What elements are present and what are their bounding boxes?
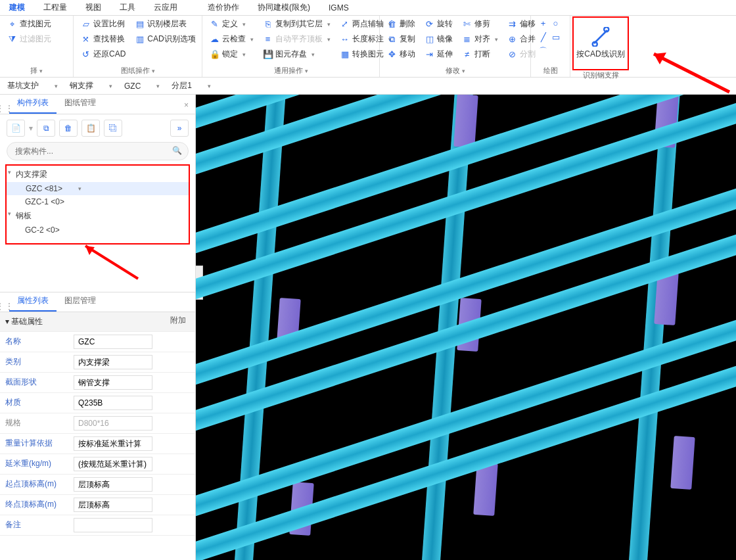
menu-item-cost[interactable]: 造价协作 <box>201 0 246 15</box>
sidebar-toolbar: 📄 ▾ ⧉ 🗑 📋 ⿻ » <box>0 114 195 142</box>
tab-layers[interactable]: 图层管理 <box>57 291 104 312</box>
menu-item-cloud[interactable]: 云应用 <box>147 0 184 15</box>
prop-material-input[interactable] <box>74 396 152 410</box>
find-element-button[interactable]: ⌖查找图元 <box>4 17 55 31</box>
prop-note-input[interactable] <box>74 518 152 532</box>
recognize-cad-line-button[interactable]: 按CAD线识别 <box>573 17 628 70</box>
replace-icon: ⤧ <box>81 34 91 44</box>
group-select-label[interactable]: 择 <box>3 65 70 77</box>
copy-comp-button[interactable]: ⧉ <box>37 120 55 137</box>
rect-icon: ▭ <box>551 32 561 42</box>
tree-item-gzc[interactable]: GZC <81> <box>7 182 189 195</box>
axis-icon: ⤢ <box>340 19 350 29</box>
find-icon: ⌖ <box>7 19 17 29</box>
tree-item-gc2[interactable]: GC-2 <0> <box>7 223 189 237</box>
trim-button[interactable]: ✄修剪 <box>459 17 501 31</box>
mirror-button[interactable]: ◫镜像 <box>421 32 456 46</box>
prop-type-input[interactable] <box>74 355 152 369</box>
selector-type[interactable]: 钢支撑 <box>65 80 117 93</box>
cad-line-icon <box>591 27 610 47</box>
sidebar-tabs: ⋮⋮ 构件列表 图纸管理 × <box>0 95 195 114</box>
prop-row-weight: 重量计算依据 <box>0 434 195 454</box>
tree-item-gzc1[interactable]: GZC-1 <0> <box>7 195 189 208</box>
menu-item-view[interactable]: 视图 <box>79 0 108 15</box>
prop-name-input[interactable] <box>74 335 152 349</box>
menu-item-tools[interactable]: 工具 <box>113 0 142 15</box>
prop-spec-input[interactable] <box>74 416 152 431</box>
prop-row-note: 备注 <box>0 515 195 536</box>
new-button[interactable]: 📄 <box>7 120 25 137</box>
lock-button[interactable]: 🔒锁定 <box>206 47 257 61</box>
draw-line-button[interactable]: ╱▭ <box>535 31 564 43</box>
floor-table-button[interactable]: ▤识别楼层表 <box>131 17 198 31</box>
paste-button[interactable]: 📋 <box>81 120 100 137</box>
selector-category[interactable]: 基坑支护 <box>3 80 62 93</box>
break-button[interactable]: ≠打断 <box>459 47 501 61</box>
delete-button[interactable]: 🗑删除 <box>384 17 419 31</box>
tab-component-list[interactable]: 构件列表 <box>9 93 57 114</box>
menu-item-qty[interactable]: 工程量 <box>37 0 74 15</box>
menu-item-collab[interactable]: 协同建模(限免) <box>251 0 317 15</box>
find-replace-button[interactable]: ⤧查找替换 <box>78 32 129 46</box>
group-common-label[interactable]: 通用操作 <box>205 65 377 77</box>
sidebar: ⋮⋮ 构件列表 图纸管理 × 📄 ▾ ⧉ 🗑 📋 ⿻ » 🔍 内支撑梁 GZC … <box>0 95 196 560</box>
define-button[interactable]: ✎定义 <box>206 17 257 31</box>
tree-cat-plate[interactable]: 钢板 <box>7 208 189 223</box>
copy-button[interactable]: ⧉复制 <box>384 32 419 46</box>
restore-cad-button[interactable]: ↺还原CAD <box>78 47 129 61</box>
delete-comp-button[interactable]: 🗑 <box>59 120 78 137</box>
viewport-3d[interactable]: ◂ <box>196 95 736 560</box>
tree-cat-brace[interactable]: 内支撑梁 <box>7 167 189 182</box>
auto-floor-button[interactable]: ≡自动平齐顶板 <box>260 32 334 46</box>
disk-icon: 💾 <box>263 49 273 59</box>
copy-layer-button[interactable]: ⎘复制到其它层 <box>260 17 334 31</box>
group-modify-label[interactable]: 修改 <box>382 65 528 77</box>
measure-icon: ↔ <box>340 34 350 44</box>
search-input[interactable] <box>7 142 189 160</box>
group-drawing-label[interactable]: 图纸操作 <box>76 65 199 77</box>
filter-element-button[interactable]: ⧩过滤图元 <box>4 32 55 46</box>
interlayer-button[interactable]: ⿻ <box>104 120 122 137</box>
tab-drawing-manage[interactable]: 图纸管理 <box>57 93 104 114</box>
grip-icon-2[interactable]: ⋮⋮ <box>0 301 9 312</box>
property-panel: ⋮⋮ 属性列表 图层管理 ▾ 基础属性 附加 名称 类别 截面形状 材质 规格 … <box>0 292 195 536</box>
copy-icon: ⎘ <box>263 19 273 29</box>
align-button[interactable]: ≣对齐 <box>459 32 501 46</box>
menu-item-igms[interactable]: IGMS <box>322 1 356 14</box>
arc-icon: ⌒ <box>538 46 548 56</box>
menu-bar: 建模 工程量 视图 工具 云应用 造价协作 协同建模(限免) IGMS <box>0 0 736 16</box>
menu-item-model[interactable]: 建模 <box>3 0 32 15</box>
dup-icon: ⧉ <box>387 34 397 44</box>
extend-button[interactable]: ⇥延伸 <box>421 47 456 61</box>
selector-layer[interactable]: 分层1 <box>167 80 216 93</box>
store-button[interactable]: 💾图元存盘 <box>260 47 334 61</box>
draw-arc-button[interactable]: ⌒ <box>535 45 564 57</box>
define-icon: ✎ <box>210 19 219 29</box>
prop-weight-input[interactable] <box>74 436 152 451</box>
set-scale-button[interactable]: ▱设置比例 <box>78 17 129 31</box>
draw-point-button[interactable]: +○ <box>535 17 564 30</box>
move-icon: ✥ <box>387 49 397 59</box>
circle-icon: ○ <box>551 18 561 28</box>
grip-icon[interactable]: ⋮⋮ <box>0 103 9 114</box>
move-button[interactable]: ✥移动 <box>384 47 419 61</box>
prop-row-linew: 延米重(kg/m) <box>0 454 195 475</box>
prop-end-input[interactable] <box>74 498 152 512</box>
selector-component[interactable]: GZC <box>120 80 164 93</box>
prop-header[interactable]: ▾ 基础属性 附加 <box>0 312 195 332</box>
more-button[interactable]: » <box>170 120 189 137</box>
tab-properties[interactable]: 属性列表 <box>9 291 57 312</box>
prop-start-input[interactable] <box>74 477 152 492</box>
extend-icon: ⇥ <box>425 49 434 59</box>
property-list: ▾ 基础属性 附加 名称 类别 截面形状 材质 规格 重量计算依据 延米重(kg… <box>0 312 195 536</box>
prop-section-input[interactable] <box>74 375 152 390</box>
offset-icon: ⇉ <box>507 19 517 29</box>
rotate-button[interactable]: ⟳旋转 <box>421 17 456 31</box>
prop-row-start: 起点顶标高(m) <box>0 475 195 495</box>
close-panel-button[interactable]: × <box>177 98 195 114</box>
line-icon: ╱ <box>538 32 548 42</box>
cloud-icon: ☁ <box>210 34 219 44</box>
prop-linew-input[interactable] <box>74 457 152 471</box>
cloud-check-button[interactable]: ☁云检查 <box>206 32 257 46</box>
cad-options-button[interactable]: ▥CAD识别选项 <box>131 32 198 46</box>
